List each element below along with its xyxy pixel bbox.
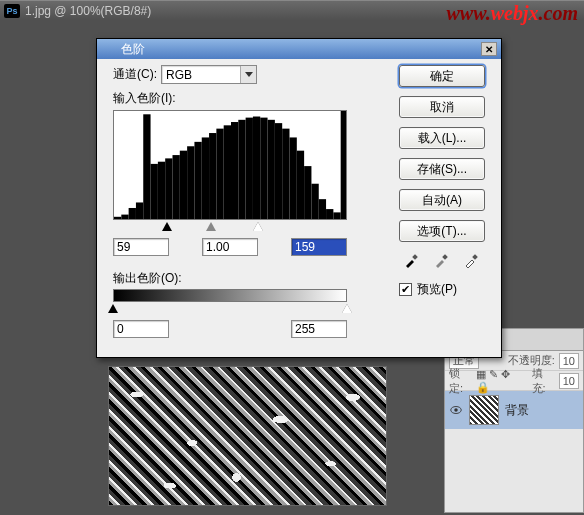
input-white-field[interactable] <box>291 238 347 256</box>
preview-checkbox[interactable]: ✔ <box>399 283 412 296</box>
svg-rect-13 <box>194 142 201 219</box>
svg-rect-5 <box>136 202 143 219</box>
svg-rect-25 <box>282 129 289 219</box>
gamma-slider[interactable] <box>206 222 216 231</box>
chevron-down-icon <box>240 66 256 83</box>
svg-rect-18 <box>231 122 238 219</box>
lock-row: 锁定: ▦ ✎ ✥ 🔒 填充: 10 <box>445 371 583 391</box>
layer-thumbnail <box>469 395 499 425</box>
layer-row-background[interactable]: 背景 <box>445 391 583 429</box>
input-gamma-field[interactable] <box>202 238 258 256</box>
lock-label: 锁定: <box>449 366 472 396</box>
svg-rect-23 <box>268 120 275 219</box>
svg-rect-34 <box>412 254 418 260</box>
white-point-slider[interactable] <box>253 222 263 231</box>
svg-rect-35 <box>442 254 448 260</box>
svg-rect-22 <box>260 118 267 219</box>
svg-rect-27 <box>297 151 304 219</box>
preview-label: 预览(P) <box>417 281 457 298</box>
histogram <box>113 110 347 220</box>
output-levels-label: 输出色阶(O): <box>113 270 363 287</box>
document-canvas[interactable] <box>108 366 387 506</box>
options-button[interactable]: 选项(T)... <box>399 220 485 242</box>
preview-checkbox-row[interactable]: ✔ 预览(P) <box>399 281 491 298</box>
image-content <box>109 367 386 505</box>
ps-app-icon: Ps <box>4 4 20 18</box>
output-slider-track[interactable] <box>113 304 347 316</box>
cancel-button[interactable]: 取消 <box>399 96 485 118</box>
document-title: 1.jpg @ 100%(RGB/8#) <box>25 4 151 18</box>
svg-rect-29 <box>311 184 318 219</box>
output-black-slider[interactable] <box>108 304 118 313</box>
fill-label: 填充: <box>532 366 555 396</box>
app-titlebar: Ps 1.jpg @ 100%(RGB/8#) <box>0 0 584 20</box>
black-eyedropper-icon[interactable] <box>403 251 421 269</box>
svg-rect-4 <box>129 208 136 219</box>
ok-button[interactable]: 确定 <box>399 65 485 87</box>
svg-rect-33 <box>341 111 347 219</box>
input-levels-label: 输入色阶(I): <box>113 90 363 107</box>
input-black-field[interactable] <box>113 238 169 256</box>
svg-rect-32 <box>333 212 340 219</box>
svg-rect-21 <box>253 117 260 219</box>
svg-rect-9 <box>165 158 172 219</box>
gray-eyedropper-icon[interactable] <box>433 251 451 269</box>
svg-rect-15 <box>209 133 216 219</box>
svg-rect-8 <box>158 162 165 219</box>
black-point-slider[interactable] <box>162 222 172 231</box>
output-white-field[interactable] <box>291 320 347 338</box>
svg-rect-10 <box>173 155 180 219</box>
white-eyedropper-icon[interactable] <box>463 251 481 269</box>
opacity-value[interactable]: 10 <box>559 353 579 369</box>
svg-rect-7 <box>151 164 158 219</box>
lock-icons-group[interactable]: ▦ ✎ ✥ 🔒 <box>476 368 523 394</box>
close-button[interactable]: ✕ <box>481 42 497 56</box>
svg-point-1 <box>454 408 458 412</box>
input-slider-track[interactable] <box>113 222 347 234</box>
svg-rect-3 <box>121 215 128 219</box>
layer-name[interactable]: 背景 <box>505 402 529 419</box>
svg-rect-26 <box>290 137 297 219</box>
svg-rect-19 <box>238 120 245 219</box>
output-white-slider[interactable] <box>342 304 352 313</box>
svg-rect-30 <box>319 199 326 219</box>
svg-rect-31 <box>326 209 333 219</box>
svg-rect-36 <box>472 254 478 260</box>
output-black-field[interactable] <box>113 320 169 338</box>
load-button[interactable]: 载入(L)... <box>399 127 485 149</box>
channel-value: RGB <box>162 68 240 82</box>
svg-rect-2 <box>114 217 121 219</box>
svg-rect-17 <box>224 125 231 219</box>
svg-rect-12 <box>187 146 194 219</box>
dialog-icon <box>101 42 115 56</box>
auto-button[interactable]: 自动(A) <box>399 189 485 211</box>
dialog-title: 色阶 <box>121 41 481 58</box>
channel-select[interactable]: RGB <box>161 65 257 84</box>
svg-rect-6 <box>143 114 150 219</box>
eyedropper-group <box>399 251 491 269</box>
svg-rect-14 <box>202 137 209 219</box>
visibility-eye-icon[interactable] <box>449 403 463 417</box>
fill-value[interactable]: 10 <box>559 373 579 389</box>
svg-rect-24 <box>275 123 282 219</box>
levels-dialog: 色阶 ✕ 通道(C): RGB 输入色阶(I): <box>96 38 502 358</box>
svg-rect-20 <box>246 118 253 219</box>
channel-label: 通道(C): <box>113 66 157 83</box>
output-gradient <box>113 289 347 302</box>
svg-rect-28 <box>304 166 311 219</box>
dialog-titlebar[interactable]: 色阶 ✕ <box>97 39 501 59</box>
svg-rect-11 <box>180 151 187 219</box>
save-button[interactable]: 存储(S)... <box>399 158 485 180</box>
svg-rect-16 <box>216 129 223 219</box>
